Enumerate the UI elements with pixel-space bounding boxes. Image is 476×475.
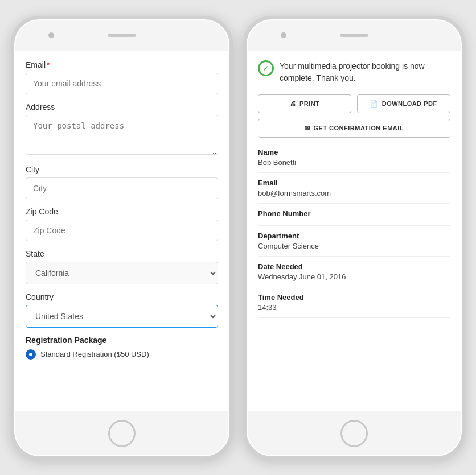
- registration-label: Registration Package: [26, 336, 218, 345]
- city-group: City: [26, 165, 218, 199]
- success-banner: ✓ Your multimedia projector booking is n…: [258, 60, 450, 84]
- radio-label: Standard Registration ($50 USD): [40, 350, 149, 358]
- camera-right: [281, 32, 286, 38]
- speaker-right: [340, 34, 368, 37]
- email-group: Email*: [26, 60, 218, 94]
- get-confirmation-email-button[interactable]: ✉ GET CONFIRMATION EMAIL: [258, 119, 450, 138]
- city-label: City: [26, 165, 218, 174]
- confirmation-email-label: GET CONFIRMATION EMAIL: [313, 125, 404, 131]
- phone-top-bar-left: [14, 19, 229, 51]
- zip-input[interactable]: [26, 220, 218, 241]
- scene: Email* Address City Zip Code State: [11, 16, 465, 460]
- detail-phone: Phone Number: [258, 209, 450, 226]
- detail-email: Email bob@formsmarts.com: [258, 179, 450, 204]
- bottom-bar-left: [14, 411, 229, 456]
- pdf-icon: 📄: [370, 100, 379, 108]
- details-list: Name Bob Bonetti Email bob@formsmarts.co…: [258, 148, 450, 318]
- email-icon: ✉: [305, 125, 310, 132]
- home-button-left[interactable]: [108, 420, 136, 447]
- state-label: State: [26, 249, 218, 258]
- bottom-bar-right: [247, 411, 462, 456]
- address-label: Address: [26, 102, 218, 111]
- address-group: Address: [26, 102, 218, 157]
- detail-name: Name Bob Bonetti: [258, 148, 450, 173]
- state-select[interactable]: California New York Texas Florida: [26, 262, 218, 284]
- download-label: DOWNLOAD PDF: [382, 100, 437, 107]
- country-group: Country United States Canada United King…: [26, 292, 218, 328]
- print-label: PRINT: [299, 100, 320, 107]
- radio-dot[interactable]: [26, 349, 36, 360]
- detail-date: Date Needed Wednesday June 01, 2016: [258, 262, 450, 287]
- left-phone: Email* Address City Zip Code State: [11, 16, 233, 460]
- radio-group: Standard Registration ($50 USD): [26, 349, 218, 360]
- zip-label: Zip Code: [26, 207, 218, 216]
- email-input[interactable]: [26, 73, 218, 94]
- detail-department: Department Computer Science: [258, 232, 450, 257]
- print-icon: 🖨: [290, 100, 297, 107]
- success-message: Your multimedia projector booking is now…: [280, 60, 450, 84]
- address-input[interactable]: [26, 115, 218, 155]
- country-select[interactable]: United States Canada United Kingdom: [26, 305, 218, 328]
- download-pdf-button[interactable]: 📄 DOWNLOAD PDF: [357, 94, 450, 113]
- home-button-right[interactable]: [340, 420, 368, 447]
- confirmation-content: ✓ Your multimedia projector booking is n…: [247, 51, 462, 411]
- camera-left: [48, 32, 54, 38]
- speaker-left: [108, 34, 136, 37]
- print-button[interactable]: 🖨 PRINT: [258, 94, 351, 113]
- state-group: State California New York Texas Florida: [26, 249, 218, 284]
- city-input[interactable]: [26, 177, 218, 199]
- country-label: Country: [26, 292, 218, 301]
- email-label: Email*: [26, 60, 218, 69]
- phone-top-bar-right: [247, 19, 462, 51]
- detail-time: Time Needed 14:33: [258, 293, 450, 318]
- registration-group: Registration Package Standard Registrati…: [26, 336, 218, 360]
- action-buttons-row1: 🖨 PRINT 📄 DOWNLOAD PDF: [258, 94, 450, 113]
- form-content: Email* Address City Zip Code State: [14, 51, 229, 411]
- right-phone: ✓ Your multimedia projector booking is n…: [243, 16, 465, 460]
- zip-group: Zip Code: [26, 207, 218, 241]
- check-circle-icon: ✓: [258, 60, 274, 76]
